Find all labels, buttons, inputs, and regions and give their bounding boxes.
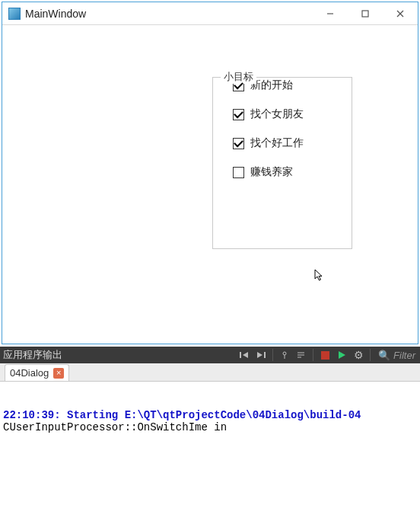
checkbox-label: 新的开始 — [250, 78, 293, 92]
separator — [272, 349, 273, 361]
tab-close-button[interactable]: × — [53, 368, 64, 379]
titlebar: MainWindow — [2, 2, 418, 25]
svg-marker-6 — [257, 352, 262, 358]
svg-point-8 — [283, 352, 286, 355]
separator — [313, 349, 313, 361]
checkbox-label: 找个女朋友 — [250, 107, 304, 121]
svg-marker-5 — [243, 352, 248, 358]
stop-button[interactable] — [317, 347, 332, 363]
checkbox-icon — [233, 167, 244, 178]
svg-rect-1 — [362, 11, 368, 17]
window-icon — [8, 8, 21, 20]
window-title: MainWindow — [25, 8, 86, 20]
client-area: 小目标 新的开始 找个女朋友 找个好工作 赚钱养家 — [2, 25, 418, 344]
separator — [370, 349, 371, 361]
filter-placeholder: Filter — [393, 350, 415, 361]
checkbox-icon — [233, 109, 244, 120]
checkbox-label: 赚钱养家 — [250, 165, 293, 179]
console-line: 22:10:39: Starting E:\QT\qtProjectCode\0… — [3, 409, 361, 421]
step-forward-icon[interactable] — [253, 347, 269, 363]
output-tab-bar: 04Dialog × — [0, 363, 420, 382]
checkbox-good-job[interactable]: 找个好工作 — [233, 136, 352, 151]
search-icon: 🔍 — [378, 350, 390, 361]
checkbox-icon — [233, 138, 244, 149]
minimize-button[interactable] — [313, 2, 348, 25]
maximize-button[interactable] — [348, 2, 383, 25]
checkbox-label: 找个好工作 — [250, 136, 304, 150]
main-window: MainWindow 小目标 新的开始 找个女朋友 找个好工作 — [2, 2, 418, 344]
goals-groupbox: 小目标 新的开始 找个女朋友 找个好工作 赚钱养家 — [212, 77, 352, 249]
pin-icon[interactable] — [277, 347, 292, 363]
filter-input[interactable]: 🔍 Filter — [378, 350, 415, 361]
output-panel-title: 应用程序输出 — [3, 348, 62, 362]
tab-04dialog[interactable]: 04Dialog × — [5, 364, 69, 381]
output-panel-header: 应用程序输出 ⚙ 🔍 Filter — [0, 347, 420, 363]
checkbox-girlfriend[interactable]: 找个女朋友 — [233, 107, 352, 122]
mouse-cursor-icon — [314, 269, 325, 283]
console-output: 22:10:39: Starting E:\QT\qtProjectCode\0… — [0, 382, 420, 433]
step-back-icon[interactable] — [237, 347, 252, 363]
settings-icon[interactable]: ⚙ — [351, 347, 366, 363]
console-line: CUserInputProcessor::OnSwitchIme in — [3, 421, 227, 433]
close-button[interactable] — [383, 2, 418, 25]
svg-rect-7 — [264, 352, 266, 358]
tab-label: 04Dialog — [10, 367, 49, 379]
checkbox-earn-money[interactable]: 赚钱养家 — [233, 165, 352, 180]
run-button[interactable] — [334, 347, 349, 363]
wrap-icon[interactable] — [294, 347, 309, 363]
svg-rect-4 — [240, 352, 241, 358]
